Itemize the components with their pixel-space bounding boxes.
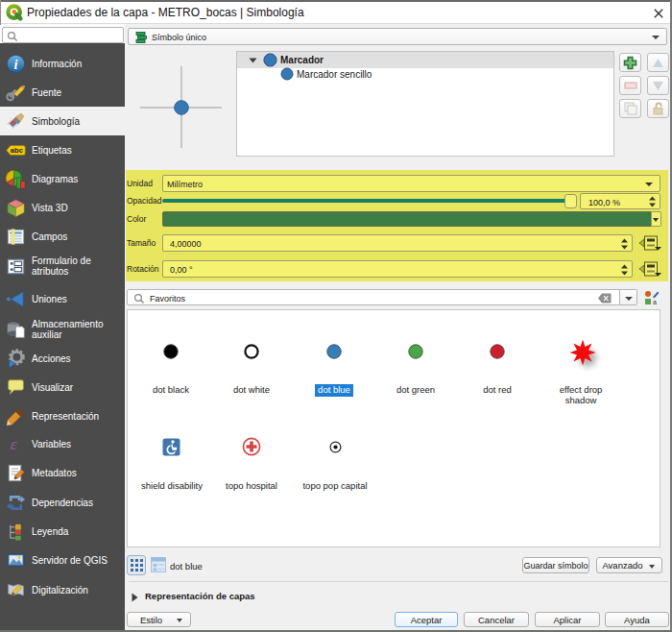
svg-text:ε: ε — [11, 435, 17, 453]
svg-text:i: i — [14, 56, 18, 71]
svg-text:abc: abc — [11, 146, 24, 155]
svg-text:a: a — [653, 299, 657, 305]
